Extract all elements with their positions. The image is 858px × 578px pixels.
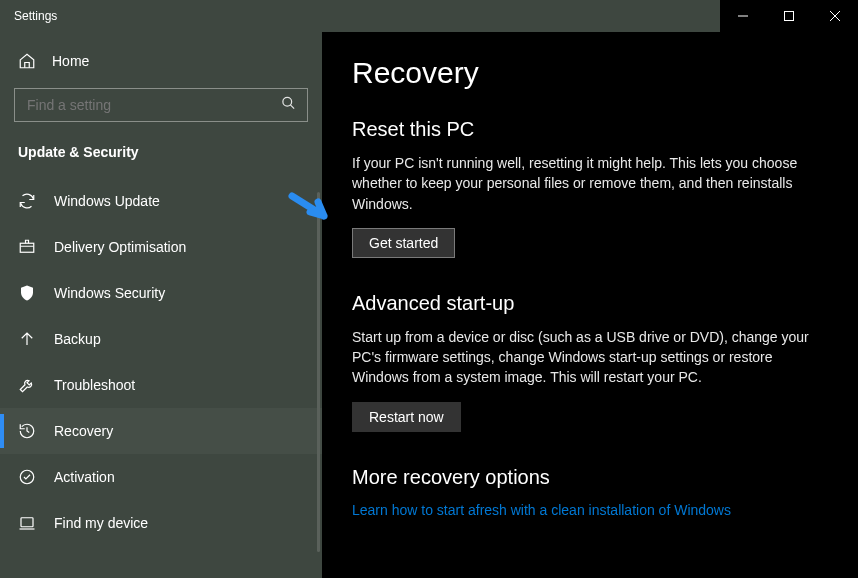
section-reset-pc: Reset this PC If your PC isn't running w… — [352, 118, 828, 258]
section-body: If your PC isn't running well, resetting… — [352, 153, 822, 214]
sidebar: Home Update & Security Windows Update — [0, 32, 322, 578]
section-more-recovery-options: More recovery options Learn how to start… — [352, 466, 828, 519]
search-input[interactable] — [14, 88, 308, 122]
sidebar-item-troubleshoot[interactable]: Troubleshoot — [0, 362, 322, 408]
sidebar-item-windows-security[interactable]: Windows Security — [0, 270, 322, 316]
clean-install-link[interactable]: Learn how to start afresh with a clean i… — [352, 502, 731, 518]
sidebar-item-activation[interactable]: Activation — [0, 454, 322, 500]
minimize-button[interactable] — [720, 0, 766, 32]
window-title: Settings — [0, 9, 57, 23]
nav-home[interactable]: Home — [0, 44, 322, 78]
wrench-icon — [18, 376, 36, 394]
sidebar-item-backup[interactable]: Backup — [0, 316, 322, 362]
section-heading: More recovery options — [352, 466, 828, 489]
sidebar-item-label: Windows Update — [54, 193, 160, 209]
arrow-up-icon — [18, 330, 36, 348]
maximize-button[interactable] — [766, 0, 812, 32]
section-heading: Reset this PC — [352, 118, 828, 141]
package-icon — [18, 238, 36, 256]
sidebar-item-label: Backup — [54, 331, 101, 347]
device-icon — [18, 514, 36, 532]
sidebar-item-delivery-optimisation[interactable]: Delivery Optimisation — [0, 224, 322, 270]
content-area: Recovery Reset this PC If your PC isn't … — [322, 32, 858, 578]
clock-back-icon — [18, 422, 36, 440]
svg-rect-4 — [21, 518, 33, 527]
sidebar-item-windows-update[interactable]: Windows Update — [0, 178, 322, 224]
page-title: Recovery — [352, 56, 828, 90]
title-bar: Settings — [0, 0, 858, 32]
sidebar-item-label: Delivery Optimisation — [54, 239, 186, 255]
shield-icon — [18, 284, 36, 302]
sidebar-item-recovery[interactable]: Recovery — [0, 408, 322, 454]
section-body: Start up from a device or disc (such as … — [352, 327, 822, 388]
svg-point-1 — [283, 97, 292, 106]
sidebar-scrollbar[interactable] — [317, 192, 320, 552]
sidebar-item-find-my-device[interactable]: Find my device — [0, 500, 322, 546]
home-icon — [18, 52, 36, 70]
svg-rect-0 — [785, 12, 794, 21]
section-heading: Advanced start-up — [352, 292, 828, 315]
section-advanced-startup: Advanced start-up Start up from a device… — [352, 292, 828, 432]
sidebar-category: Update & Security — [0, 136, 322, 178]
nav-home-label: Home — [52, 53, 89, 69]
sidebar-item-label: Find my device — [54, 515, 148, 531]
svg-rect-2 — [20, 243, 34, 252]
sidebar-item-label: Troubleshoot — [54, 377, 135, 393]
close-button[interactable] — [812, 0, 858, 32]
check-circle-icon — [18, 468, 36, 486]
sidebar-item-label: Activation — [54, 469, 115, 485]
sidebar-item-label: Windows Security — [54, 285, 165, 301]
sync-icon — [18, 192, 36, 210]
sidebar-item-label: Recovery — [54, 423, 113, 439]
search-icon — [281, 96, 296, 115]
restart-now-button[interactable]: Restart now — [352, 402, 461, 432]
get-started-button[interactable]: Get started — [352, 228, 455, 258]
